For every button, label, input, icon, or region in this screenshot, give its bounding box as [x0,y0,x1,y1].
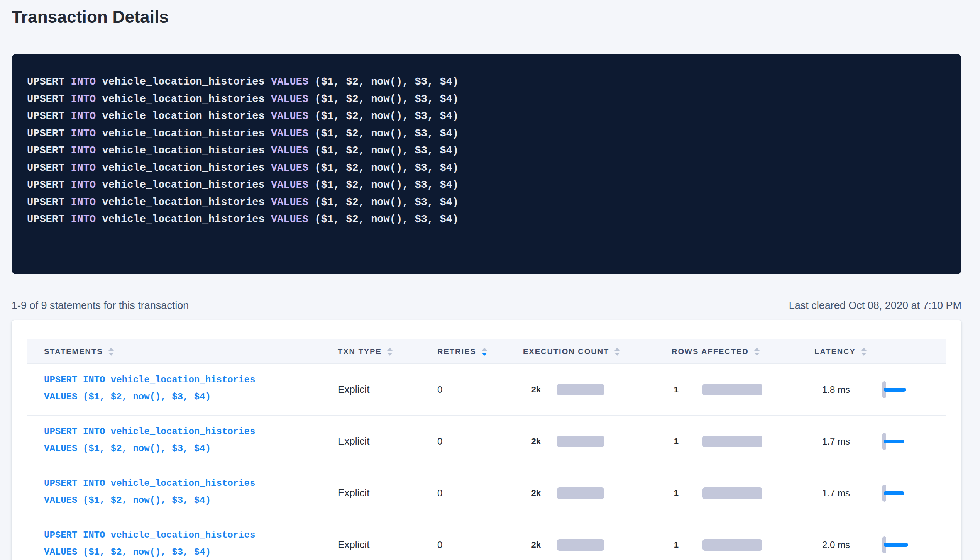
statement-line-1: UPSERT INTO vehicle_location_histories [44,372,338,389]
sort-asc-icon[interactable] [387,348,393,351]
latency-value: 1.7 ms [822,488,861,499]
statement-line-1: UPSERT INTO vehicle_location_histories [44,475,338,492]
table-body: UPSERT INTO vehicle_location_historiesVA… [27,364,946,560]
sql-line: UPSERT INTO vehicle_location_histories V… [27,91,946,108]
sql-text: UPSERT [27,214,71,225]
last-cleared-text: Last cleared Oct 08, 2020 at 7:10 PM [789,300,961,312]
txn-type-cell: Explicit [338,487,437,499]
sort-desc-icon[interactable] [387,353,393,356]
rows-affected-cell: 1 [672,539,814,551]
sql-keyword: INTO [71,128,96,139]
statement-line-2: VALUES ($1, $2, now(), $3, $4) [44,544,338,560]
latency-value: 1.7 ms [822,436,861,447]
column-header-txn[interactable]: TXN TYPE [338,347,437,356]
sort-icons[interactable] [387,348,393,356]
sort-icons[interactable] [482,348,487,356]
column-header-exec[interactable]: EXECUTION COUNT [523,347,672,356]
sort-desc-icon[interactable] [108,353,114,356]
txn-type-cell: Explicit [338,435,437,447]
latency-cell: 2.0 ms [814,536,946,553]
column-header-label: ROWS AFFECTED [672,347,749,356]
sort-asc-icon[interactable] [108,348,114,351]
rows-affected-value: 1 [672,385,679,395]
rows-affected-value: 1 [672,540,679,550]
sql-text: ($1, $2, now(), $3, $4) [308,93,459,105]
column-header-label: TXN TYPE [338,347,382,356]
retries-cell: 0 [437,384,523,395]
sql-text: ($1, $2, now(), $3, $4) [308,128,459,139]
column-header-label: STATEMENTS [44,347,103,356]
sort-desc-icon[interactable] [861,353,867,356]
table-row: UPSERT INTO vehicle_location_historiesVA… [27,467,946,519]
table-row: UPSERT INTO vehicle_location_historiesVA… [27,519,946,560]
latency-value: 2.0 ms [822,540,861,550]
sort-asc-icon[interactable] [482,348,487,351]
execution-count-value: 2k [523,436,541,446]
sql-text: UPSERT [27,197,71,208]
sql-keyword: VALUES [271,197,308,208]
column-header-label: RETRIES [437,347,476,356]
sort-desc-icon[interactable] [482,353,487,356]
column-header-retries[interactable]: RETRIES [437,347,523,356]
sort-asc-icon[interactable] [754,348,760,351]
sql-keyword: VALUES [271,145,308,156]
sql-text: vehicle_location_histories [96,162,271,174]
sql-text: UPSERT [27,179,71,191]
sql-line: UPSERT INTO vehicle_location_histories V… [27,73,946,91]
latency-bar [884,388,906,392]
rows-affected-cell: 1 [672,436,814,447]
sql-text: vehicle_location_histories [96,197,271,208]
column-header-rows[interactable]: ROWS AFFECTED [672,347,814,356]
txn-type-cell: Explicit [338,539,437,551]
statement-line-2: VALUES ($1, $2, now(), $3, $4) [44,389,338,406]
sort-icons[interactable] [614,348,620,356]
execution-count-bar [557,539,604,551]
statement-link[interactable]: UPSERT INTO vehicle_location_historiesVA… [27,364,338,406]
rows-affected-bar [702,487,762,499]
txn-type-cell: Explicit [338,384,437,395]
sql-line: UPSERT INTO vehicle_location_histories V… [27,125,946,143]
sql-text: UPSERT [27,145,71,156]
retries-cell: 0 [437,540,523,550]
sql-keyword: INTO [71,93,96,105]
execution-count-cell: 2k [523,384,672,395]
latency-bar-chart [882,433,917,450]
sql-text: UPSERT [27,110,71,122]
table-row: UPSERT INTO vehicle_location_historiesVA… [27,364,946,416]
sort-asc-icon[interactable] [861,348,867,351]
rows-affected-bar [702,436,762,447]
sql-keyword: VALUES [271,128,308,139]
sql-text: ($1, $2, now(), $3, $4) [308,179,459,191]
table-row: UPSERT INTO vehicle_location_historiesVA… [27,416,946,467]
latency-bar-chart [882,485,917,502]
sql-text: ($1, $2, now(), $3, $4) [308,162,459,174]
column-header-latency[interactable]: LATENCY [814,347,946,356]
statement-link[interactable]: UPSERT INTO vehicle_location_historiesVA… [27,519,338,560]
sql-text: ($1, $2, now(), $3, $4) [308,197,459,208]
sql-keyword: INTO [71,76,96,88]
sort-desc-icon[interactable] [614,353,620,356]
column-header-statements[interactable]: STATEMENTS [27,347,338,356]
sort-icons[interactable] [108,348,114,356]
statement-link[interactable]: UPSERT INTO vehicle_location_historiesVA… [27,416,338,457]
statement-link[interactable]: UPSERT INTO vehicle_location_historiesVA… [27,467,338,509]
sql-keyword: INTO [71,179,96,191]
sql-text: UPSERT [27,162,71,174]
latency-bar [884,440,904,443]
sort-icons[interactable] [754,348,760,356]
execution-count-cell: 2k [523,539,672,551]
retries-cell: 0 [437,436,523,447]
transaction-details-page: Transaction Details UPSERT INTO vehicle_… [0,0,980,560]
sql-text: ($1, $2, now(), $3, $4) [308,145,459,156]
execution-count-cell: 2k [523,436,672,447]
sql-line: UPSERT INTO vehicle_location_histories V… [27,194,946,211]
statement-line-2: VALUES ($1, $2, now(), $3, $4) [44,440,338,457]
latency-cell: 1.7 ms [814,433,946,450]
sort-desc-icon[interactable] [754,353,760,356]
sql-line: UPSERT INTO vehicle_location_histories V… [27,176,946,194]
sql-statements-panel: UPSERT INTO vehicle_location_histories V… [12,54,961,274]
sort-icons[interactable] [861,348,867,356]
execution-count-value: 2k [523,385,541,395]
sort-asc-icon[interactable] [614,348,620,351]
latency-cell: 1.8 ms [814,381,946,398]
